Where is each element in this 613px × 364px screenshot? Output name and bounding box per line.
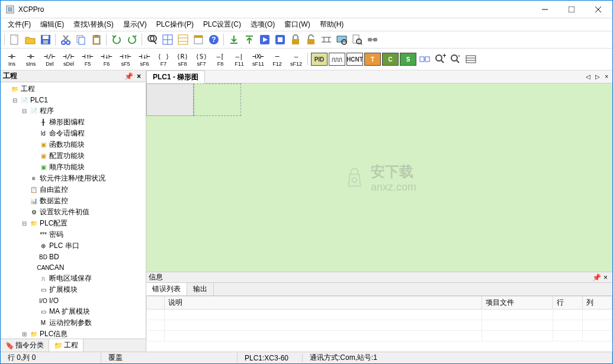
tree-node[interactable]: ⚙设置软元件初值: [2, 207, 145, 218]
lock-button[interactable]: [288, 33, 303, 47]
ladder-f5-button[interactable]: ⊣↑⊢F5: [79, 50, 97, 69]
tree-node[interactable]: ≡软元件注释/使用状况: [2, 173, 145, 184]
tab-next-icon[interactable]: ▷: [593, 73, 602, 80]
tree-node[interactable]: ▣函数功能块: [2, 139, 145, 150]
tab-instruction-category[interactable]: 🔖 指令分类: [1, 339, 49, 352]
redo-button[interactable]: [125, 33, 139, 47]
column-header[interactable]: 项目文件: [482, 297, 553, 310]
tree-node[interactable]: ▣顺序功能块: [2, 162, 145, 173]
ladder-sdel-button[interactable]: ⊣/⊢sDel: [60, 50, 78, 69]
menu-item[interactable]: 选项(O): [246, 18, 280, 31]
new-button[interactable]: [8, 33, 22, 47]
open-button[interactable]: [23, 33, 37, 47]
tree-node[interactable]: ⎍断电区域保存: [2, 273, 145, 284]
tree-node[interactable]: ⊟📁PLC配置: [2, 218, 145, 229]
maximize-button[interactable]: [558, 1, 585, 18]
tree-node[interactable]: 📁工程: [2, 83, 145, 95]
column-header[interactable]: 说明: [165, 297, 482, 310]
download-button[interactable]: [227, 33, 241, 47]
badge-⎍⎍⎍-button[interactable]: ⎍⎍⎍: [329, 53, 345, 66]
stop-button[interactable]: [273, 33, 287, 47]
tree-node[interactable]: ⊞📁PLC信息: [2, 328, 145, 339]
badge-t-button[interactable]: T: [364, 53, 381, 66]
monitor-button[interactable]: [335, 33, 349, 47]
ladder-tool-button[interactable]: [319, 33, 333, 47]
table-row[interactable]: [147, 331, 612, 342]
ladder-button[interactable]: [176, 33, 190, 47]
unlock-button[interactable]: [304, 33, 318, 47]
ladder-sf6-button[interactable]: ⊣↓⊢sF6: [136, 50, 153, 69]
paste-button[interactable]: [89, 33, 104, 47]
tree-node[interactable]: ***密码: [2, 229, 145, 240]
copy-button[interactable]: [74, 33, 88, 47]
tree-node[interactable]: ▣配置功能块: [2, 150, 145, 162]
ladder-f6-button[interactable]: ⊣↓⊢F6: [98, 50, 115, 69]
tree-node[interactable]: 📊数据监控: [2, 195, 145, 207]
ladder-f12-button[interactable]: ─F12: [268, 50, 286, 69]
menu-item[interactable]: 编辑(E): [36, 18, 69, 31]
ladder-sf12-button[interactable]: —sF12: [287, 50, 305, 69]
sidebar-close-icon[interactable]: ×: [134, 72, 143, 80]
menu-item[interactable]: 文件(F): [3, 18, 36, 31]
menu-item[interactable]: 窗口(W): [280, 18, 314, 31]
menu-item[interactable]: 帮助(H): [315, 18, 349, 31]
tree-node[interactable]: ⊟📄PLC1: [2, 95, 145, 105]
tab-output[interactable]: 输出: [187, 283, 214, 295]
tab-error-list[interactable]: 错误列表: [146, 283, 187, 295]
tree-node[interactable]: I/OI/O: [2, 295, 145, 306]
upload-button[interactable]: [242, 33, 256, 47]
ladder-ins-button[interactable]: ⊣⊢Ins: [3, 50, 21, 69]
connect-button[interactable]: [365, 33, 380, 47]
tree-node[interactable]: BDBD: [2, 252, 145, 262]
badge-hcnt-button[interactable]: HCNT: [346, 53, 363, 66]
table-row[interactable]: [147, 320, 612, 331]
undo-button[interactable]: [110, 33, 124, 47]
tree-node[interactable]: M运动控制参数: [2, 317, 145, 328]
tool-extra-2[interactable]: -: [448, 52, 463, 66]
cut-button[interactable]: [59, 33, 73, 47]
tab-close-icon[interactable]: ×: [603, 73, 610, 80]
preview-button[interactable]: [350, 33, 364, 47]
ladder-sf5-button[interactable]: ⊣↑⊢sF5: [117, 50, 134, 69]
save-button[interactable]: [38, 33, 53, 47]
run-button[interactable]: [258, 33, 272, 47]
ladder-f8-button[interactable]: —[F8: [211, 50, 229, 69]
badge-pid-button[interactable]: PID: [311, 53, 328, 66]
column-header[interactable]: [147, 297, 165, 310]
help-button[interactable]: ?: [207, 33, 221, 47]
column-header[interactable]: 行: [553, 297, 583, 310]
badge-s-button[interactable]: S: [400, 53, 416, 66]
minimize-button[interactable]: [531, 1, 558, 18]
ladder-f7-button[interactable]: ⟨ ⟩F7: [155, 50, 172, 69]
tree-node[interactable]: CANCAN: [2, 262, 145, 273]
grid-button[interactable]: [161, 33, 175, 47]
tree-node[interactable]: ⊟📄程序: [2, 105, 145, 117]
menu-item[interactable]: 查找\替换(S): [69, 18, 118, 31]
tree-node[interactable]: 📋自由监控: [2, 184, 145, 195]
close-button[interactable]: [585, 1, 611, 18]
tab-prev-icon[interactable]: ◁: [584, 73, 592, 80]
menu-item[interactable]: PLC操作(P): [152, 18, 198, 31]
tree-node[interactable]: ⊕PLC 串口: [2, 240, 145, 252]
table-row[interactable]: [147, 310, 612, 320]
info-pin-icon[interactable]: 📌: [592, 273, 601, 282]
doc-tab-plc1[interactable]: PLC1 - 梯形图: [146, 70, 205, 83]
ladder-sf11-button[interactable]: ⊣X⊢sF11: [249, 50, 267, 69]
menu-item[interactable]: PLC设置(C): [198, 18, 246, 31]
ladder-sf7-button[interactable]: ⟨S⟩sF7: [192, 50, 210, 69]
tab-project[interactable]: 📁 工程: [49, 339, 84, 352]
tree-node[interactable]: ▭扩展模块: [2, 284, 145, 295]
tree-node[interactable]: ╂梯形图编程: [2, 117, 145, 128]
pin-icon[interactable]: 📌: [123, 72, 134, 80]
tool-extra-3[interactable]: [464, 52, 478, 66]
ladder-cell[interactable]: [194, 83, 241, 116]
tree-node[interactable]: ▭MA 扩展模块: [2, 306, 145, 317]
tree-node[interactable]: ld命令语编程: [2, 128, 145, 139]
block-button[interactable]: [191, 33, 206, 47]
ladder-del-button[interactable]: ⊣/⊢Del: [41, 50, 59, 69]
tool-extra-0[interactable]: [418, 52, 432, 66]
ladder-editor-canvas[interactable]: 安下载 anxz.com: [146, 83, 612, 272]
ladder-sins-button[interactable]: ⊣⊢sIns: [22, 50, 40, 69]
badge-c-button[interactable]: C: [382, 53, 399, 66]
info-close-icon[interactable]: ×: [601, 273, 610, 282]
